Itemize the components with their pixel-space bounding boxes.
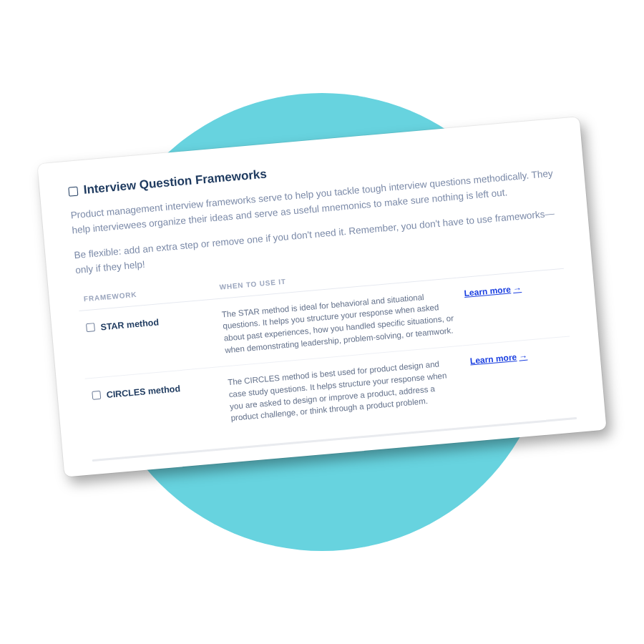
arrow-right-icon: →	[518, 351, 527, 364]
arrow-right-icon: →	[512, 283, 522, 296]
frameworks-table: FRAMEWORK WHEN TO USE IT STAR method	[77, 246, 576, 447]
learn-more-label: Learn more	[469, 351, 517, 368]
checkbox-icon[interactable]	[86, 323, 95, 332]
content-card: Interview Question Frameworks Product ma…	[37, 117, 606, 477]
framework-name: STAR method	[100, 316, 160, 333]
checkbox-icon[interactable]	[92, 391, 101, 400]
learn-more-link[interactable]: Learn more →	[464, 283, 522, 300]
learn-more-link[interactable]: Learn more →	[469, 351, 528, 368]
learn-more-label: Learn more	[464, 283, 512, 300]
stage: Interview Question Frameworks Product ma…	[0, 0, 644, 644]
card-container: Interview Question Frameworks Product ma…	[37, 117, 606, 477]
framework-name-cell: STAR method	[86, 310, 211, 335]
checkbox-icon	[68, 186, 78, 196]
framework-name-cell: CIRCLES method	[92, 378, 217, 403]
framework-name: CIRCLES method	[106, 383, 181, 402]
section-heading-text: Interview Question Frameworks	[83, 167, 268, 197]
